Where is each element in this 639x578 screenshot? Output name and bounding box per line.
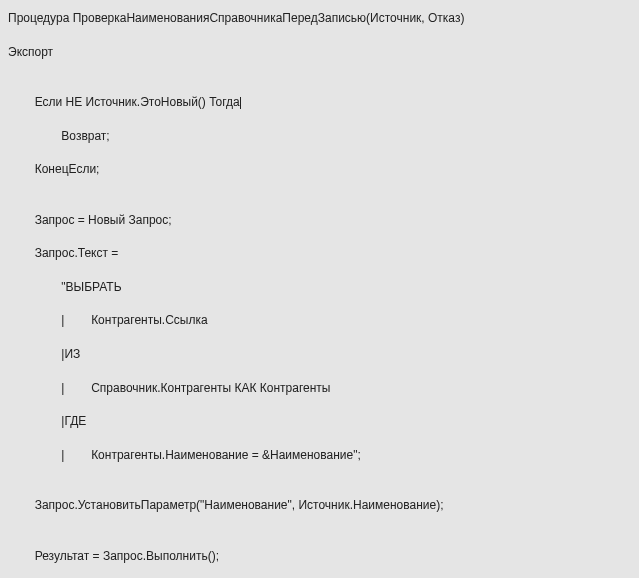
code-line: | Контрагенты.Ссылка [8, 312, 631, 329]
code-line: |ГДЕ [8, 413, 631, 430]
code-line: Запрос.Текст = [8, 245, 631, 262]
code-block: Процедура ПроверкаНаименованияСправочник… [8, 10, 631, 578]
code-line: Запрос.УстановитьПараметр("Наименование"… [8, 497, 631, 514]
code-line: | Контрагенты.Наименование = &Наименован… [8, 447, 631, 464]
code-line: Экспорт [8, 44, 631, 61]
code-line: Результат = Запрос.Выполнить(); [8, 548, 631, 565]
code-line: Возврат; [8, 128, 631, 145]
code-line-with-cursor: Если НЕ Источник.ЭтоНовый() Тогда [8, 94, 631, 111]
code-line: КонецЕсли; [8, 161, 631, 178]
code-line: "ВЫБРАТЬ [8, 279, 631, 296]
code-line: Процедура ПроверкаНаименованияСправочник… [8, 10, 631, 27]
code-text: Если НЕ Источник.ЭтоНовый() Тогда [8, 95, 240, 109]
text-cursor [240, 97, 241, 109]
code-line: | Справочник.Контрагенты КАК Контрагенты [8, 380, 631, 397]
code-line: Запрос = Новый Запрос; [8, 212, 631, 229]
code-line: |ИЗ [8, 346, 631, 363]
